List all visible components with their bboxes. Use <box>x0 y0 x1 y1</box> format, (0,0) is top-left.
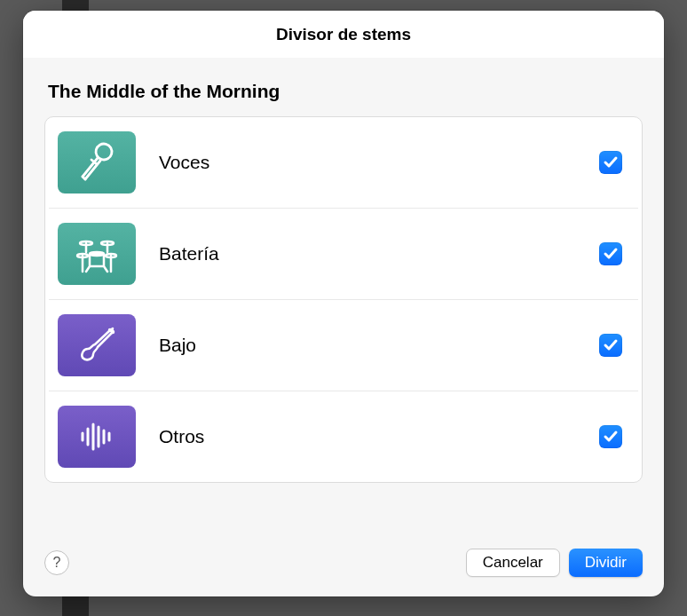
stem-label: Bajo <box>159 335 599 356</box>
stem-checkbox-bass[interactable] <box>599 334 622 357</box>
stem-label: Otros <box>159 426 599 447</box>
waveform-icon <box>58 406 136 468</box>
svg-point-17 <box>109 329 111 331</box>
bass-icon <box>58 314 136 376</box>
svg-line-3 <box>83 177 85 179</box>
drums-icon <box>58 223 136 285</box>
svg-line-7 <box>86 266 90 272</box>
stems-list: Voces <box>44 116 643 483</box>
stem-row-voices: Voces <box>49 117 638 209</box>
stem-checkbox-voices[interactable] <box>599 151 622 174</box>
cancel-button[interactable]: Cancelar <box>466 549 560 577</box>
stem-row-other: Otros <box>49 391 638 482</box>
microphone-icon <box>58 131 136 193</box>
stem-row-drums: Batería <box>49 209 638 300</box>
stem-row-bass: Bajo <box>49 300 638 391</box>
song-title: The Middle of the Morning <box>48 81 639 102</box>
svg-point-18 <box>112 331 114 333</box>
stem-checkbox-other[interactable] <box>599 425 622 448</box>
dialog-title: Divisor de stems <box>23 11 664 58</box>
help-button[interactable]: ? <box>44 550 69 575</box>
split-button[interactable]: Dividir <box>569 549 643 577</box>
stem-splitter-dialog: Divisor de stems The Middle of the Morni… <box>23 11 664 596</box>
stem-label: Batería <box>159 243 599 265</box>
stem-checkbox-drums[interactable] <box>599 242 622 265</box>
stem-label: Voces <box>159 152 599 173</box>
svg-line-8 <box>104 266 107 272</box>
